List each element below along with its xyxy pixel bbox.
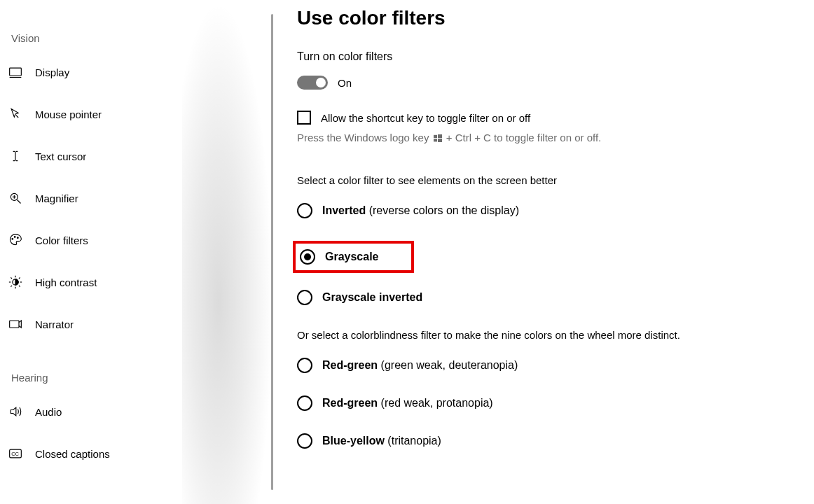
radio-label: Blue-yellow (tritanopia) [322, 435, 441, 447]
radio-label: Inverted (reverse colors on the display) [322, 204, 519, 217]
svg-rect-0 [10, 68, 22, 76]
sidebar-item-label: Display [35, 66, 69, 78]
sidebar-item-display[interactable]: Display [0, 57, 273, 88]
sidebar-scrollbar[interactable] [271, 14, 273, 490]
sidebar-item-narrator[interactable]: Narrator [0, 309, 273, 340]
svg-line-17 [11, 286, 12, 287]
svg-rect-23 [438, 134, 442, 138]
display-icon [8, 65, 22, 79]
sidebar-item-label: Narrator [35, 318, 74, 330]
sidebar-item-label: Mouse pointer [35, 108, 102, 120]
svg-rect-19 [10, 321, 19, 328]
sidebar: Vision Display Mouse pointer Text cursor [0, 0, 273, 504]
sidebar-item-label: Closed captions [35, 448, 110, 460]
svg-rect-25 [438, 139, 442, 142]
toggle-state-label: On [338, 77, 352, 89]
svg-line-16 [19, 286, 20, 287]
radio-inverted[interactable]: Inverted (reverse colors on the display) [297, 203, 814, 218]
allow-shortcut-checkbox[interactable] [297, 111, 311, 125]
radio-label: Grayscale inverted [322, 291, 422, 304]
sidebar-item-text-cursor[interactable]: Text cursor [0, 141, 273, 172]
toggle-knob [316, 78, 326, 88]
radio-label: Grayscale [325, 251, 379, 263]
windows-logo-icon [434, 133, 442, 145]
sidebar-item-magnifier[interactable]: Magnifier [0, 183, 273, 214]
radio-button[interactable] [297, 358, 312, 373]
sidebar-item-label: Text cursor [35, 150, 86, 162]
radio-red-green-deuteranopia[interactable]: Red-green (green weak, deuteranopia) [297, 358, 814, 373]
audio-icon [8, 405, 22, 419]
hint-suffix: + Ctrl + C to toggle filter on or off. [446, 132, 602, 144]
colorblind-text: Or select a colorblindness filter to mak… [297, 328, 689, 342]
allow-shortcut-label: Allow the shortcut key to toggle filter … [321, 112, 530, 124]
text-cursor-icon [8, 149, 22, 163]
sidebar-item-mouse-pointer[interactable]: Mouse pointer [0, 99, 273, 130]
radio-blue-yellow-tritanopia[interactable]: Blue-yellow (tritanopia) [297, 433, 814, 449]
main-content: Use color filters Turn on color filters … [273, 0, 814, 504]
sidebar-item-closed-captions[interactable]: CC Closed captions [0, 438, 273, 469]
color-filters-icon [8, 233, 22, 247]
turn-on-filters-label: Turn on color filters [297, 50, 814, 63]
page-title: Use color filters [297, 7, 814, 29]
radio-label: Red-green (red weak, protanopia) [322, 397, 493, 410]
svg-text:CC: CC [11, 451, 19, 457]
radio-red-green-protanopia[interactable]: Red-green (red weak, protanopia) [297, 396, 814, 411]
radio-dot [304, 253, 311, 260]
sidebar-section-hearing: Hearing [0, 368, 273, 396]
select-filter-text: Select a color filter to see elements on… [297, 173, 689, 188]
magnifier-icon [8, 191, 22, 205]
sidebar-item-label: Audio [35, 406, 62, 418]
mouse-pointer-icon [8, 107, 22, 121]
narrator-icon [8, 317, 22, 331]
svg-line-4 [18, 200, 21, 204]
sidebar-item-label: High contrast [35, 276, 97, 288]
svg-rect-24 [434, 139, 437, 141]
svg-point-9 [18, 237, 19, 239]
radio-button[interactable] [297, 203, 312, 218]
svg-rect-22 [434, 134, 437, 137]
high-contrast-icon [8, 275, 22, 289]
radio-grayscale-inverted[interactable]: Grayscale inverted [297, 290, 814, 305]
svg-line-15 [11, 277, 12, 279]
svg-point-8 [14, 237, 15, 238]
closed-captions-icon: CC [8, 447, 22, 461]
highlight-selected-filter: Grayscale [293, 241, 414, 273]
color-filters-toggle[interactable] [297, 76, 328, 90]
svg-point-7 [12, 239, 13, 240]
radio-button[interactable] [297, 396, 312, 411]
sidebar-item-label: Color filters [35, 234, 88, 246]
sidebar-item-high-contrast[interactable]: High contrast [0, 267, 273, 298]
radio-label: Red-green (green weak, deuteranopia) [322, 359, 518, 372]
sidebar-item-color-filters[interactable]: Color filters [0, 225, 273, 255]
radio-grayscale[interactable]: Grayscale [300, 249, 379, 265]
settings-window: Vision Display Mouse pointer Text cursor [0, 0, 814, 504]
radio-button[interactable] [297, 433, 312, 449]
radio-button[interactable] [297, 290, 312, 305]
sidebar-item-audio[interactable]: Audio [0, 396, 273, 427]
svg-line-18 [19, 277, 20, 279]
radio-button[interactable] [300, 249, 315, 265]
sidebar-item-label: Magnifier [35, 192, 78, 204]
hint-prefix: Press the Windows logo key [297, 132, 432, 144]
shortcut-hint: Press the Windows logo key + Ctrl + C to… [297, 132, 814, 145]
sidebar-section-vision: Vision [0, 28, 273, 57]
